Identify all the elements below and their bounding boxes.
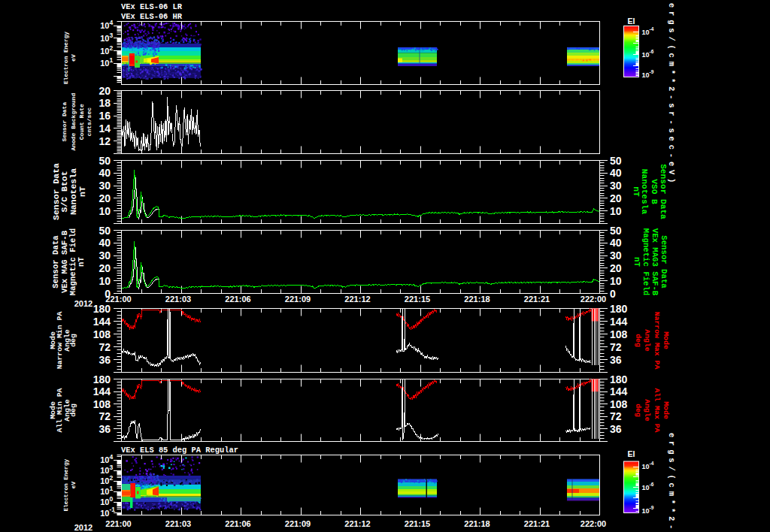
svg-text:Count Rate: Count Rate	[78, 104, 85, 140]
svg-text:Narrow Max PA: Narrow Max PA	[653, 312, 661, 370]
svg-text:-4: -4	[650, 461, 654, 466]
svg-text:2: 2	[110, 474, 114, 482]
svg-text:nT: nT	[632, 257, 641, 267]
svg-text:-9: -9	[650, 505, 654, 510]
svg-text:72: 72	[99, 341, 111, 353]
svg-text:4: 4	[110, 453, 114, 461]
svg-text:180: 180	[93, 373, 111, 385]
svg-text:14: 14	[99, 122, 111, 135]
svg-text:10: 10	[100, 509, 109, 518]
svg-text:10: 10	[99, 205, 111, 217]
svg-text:10: 10	[100, 34, 109, 43]
svg-text:10: 10	[610, 205, 622, 217]
svg-text:Sensor Data: Sensor Data	[659, 164, 668, 219]
svg-text:10: 10	[100, 455, 109, 464]
svg-text:50: 50	[99, 155, 111, 167]
svg-text:cnts/sec: cnts/sec	[86, 107, 93, 137]
svg-text:Mode: Mode	[662, 401, 670, 419]
svg-text:20: 20	[99, 85, 111, 97]
svg-text:-4: -4	[650, 26, 654, 32]
svg-text:10: 10	[100, 59, 109, 68]
svg-text:Electron Energy: Electron Energy	[63, 458, 69, 511]
svg-text:144: 144	[610, 316, 628, 328]
svg-text:eV: eV	[71, 482, 77, 489]
svg-text:221:15: 221:15	[405, 519, 430, 528]
svg-text:0: 0	[610, 288, 616, 300]
svg-text:nT: nT	[77, 257, 86, 267]
svg-text:221:09: 221:09	[285, 295, 311, 304]
svg-text:16: 16	[99, 110, 111, 122]
svg-text:180: 180	[93, 303, 111, 315]
svg-text:Electron Energy: Electron Energy	[63, 32, 69, 84]
svg-text:40: 40	[99, 237, 111, 249]
svg-text:144: 144	[93, 385, 111, 397]
svg-text:10: 10	[642, 507, 650, 515]
svg-text:10: 10	[100, 497, 109, 506]
svg-text:18: 18	[99, 97, 111, 109]
svg-text:221:00: 221:00	[105, 519, 131, 528]
svg-text:40: 40	[99, 167, 111, 179]
svg-text:20: 20	[99, 192, 111, 204]
svg-text:10: 10	[100, 476, 109, 485]
svg-text:50: 50	[610, 155, 622, 167]
svg-text:10: 10	[100, 21, 109, 30]
svg-text:144: 144	[93, 316, 111, 328]
svg-text:deg: deg	[634, 404, 642, 417]
svg-text:EI: EI	[628, 449, 635, 458]
svg-text:EI: EI	[628, 17, 635, 26]
svg-text:All Max PA: All Max PA	[653, 388, 661, 433]
svg-text:30: 30	[610, 180, 622, 192]
svg-text:4: 4	[110, 19, 114, 26]
svg-text:30: 30	[99, 180, 111, 192]
svg-text:40: 40	[610, 167, 622, 179]
svg-text:Anode Background: Anode Background	[70, 93, 77, 151]
svg-text:30: 30	[99, 249, 111, 261]
svg-text:deg: deg	[634, 334, 642, 347]
svg-text:221:18: 221:18	[464, 519, 490, 528]
svg-text:50: 50	[610, 225, 622, 237]
svg-text:-1: -1	[110, 506, 116, 513]
svg-text:1: 1	[110, 56, 114, 64]
svg-text:221:15: 221:15	[405, 295, 430, 304]
svg-text:72: 72	[99, 410, 111, 422]
svg-text:10: 10	[99, 275, 111, 287]
svg-text:10: 10	[642, 71, 650, 79]
svg-text:36: 36	[610, 423, 622, 435]
svg-text:ergs/(cm**2-sr-sec-eV): ergs/(cm**2-sr-sec-eV)	[667, 433, 676, 532]
svg-text:221:03: 221:03	[165, 295, 191, 304]
svg-text:-9: -9	[650, 69, 654, 74]
svg-text:10: 10	[642, 463, 650, 470]
svg-text:0: 0	[110, 495, 114, 503]
svg-text:deg: deg	[69, 334, 77, 347]
svg-text:20: 20	[99, 262, 111, 274]
svg-text:2012: 2012	[74, 523, 92, 532]
svg-text:1: 1	[110, 485, 114, 492]
svg-text:10: 10	[642, 29, 650, 36]
svg-text:Sensor Data: Sensor Data	[51, 235, 60, 289]
svg-text:180: 180	[610, 373, 628, 385]
svg-text:VEx MAG SAF-B: VEx MAG SAF-B	[60, 230, 69, 293]
svg-text:108: 108	[610, 398, 628, 410]
svg-text:Mode: Mode	[662, 331, 670, 349]
svg-text:Angle: Angle	[643, 329, 651, 352]
svg-text:108: 108	[610, 328, 628, 340]
svg-text:221:03: 221:03	[165, 519, 191, 528]
svg-text:2: 2	[110, 44, 114, 52]
svg-text:-6: -6	[650, 49, 654, 54]
svg-text:VSO B: VSO B	[650, 179, 659, 204]
svg-text:10: 10	[642, 484, 650, 491]
svg-text:221:18: 221:18	[464, 295, 490, 304]
svg-text:221:06: 221:06	[225, 519, 250, 528]
svg-text:nT: nT	[77, 186, 87, 197]
svg-text:VEx ELS 85 deg PA Regular: VEx ELS 85 deg PA Regular	[121, 446, 238, 455]
svg-text:Angle: Angle	[643, 399, 651, 422]
svg-text:12: 12	[99, 135, 111, 147]
svg-text:VEx ELS-06 HR: VEx ELS-06 HR	[121, 12, 183, 21]
svg-text:72: 72	[610, 341, 622, 353]
svg-text:72: 72	[610, 410, 622, 422]
svg-text:221:21: 221:21	[524, 519, 550, 528]
svg-text:ergs/(cm**2-sr-sec-eV): ergs/(cm**2-sr-sec-eV)	[667, 3, 676, 186]
svg-text:10: 10	[100, 47, 109, 56]
svg-text:Sensor Data: Sensor Data	[659, 235, 668, 289]
svg-text:10: 10	[610, 275, 622, 287]
